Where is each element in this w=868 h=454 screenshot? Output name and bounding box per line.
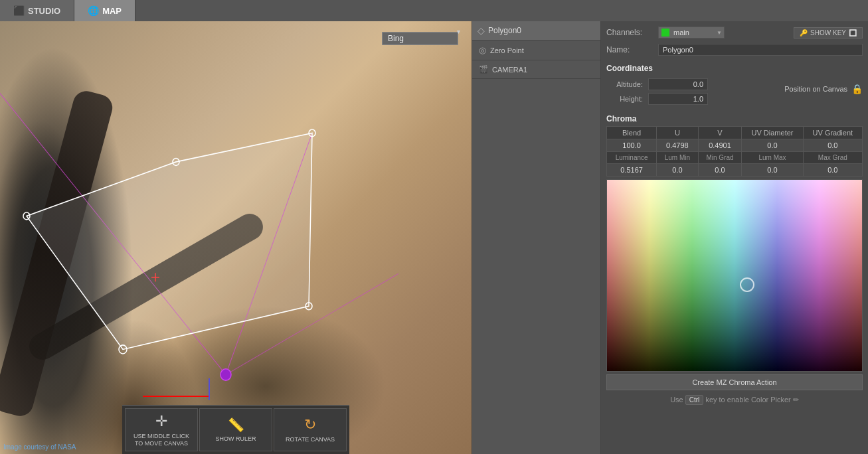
- right-panel: Channels: main 🔑 SHOW KEY 🔳 Name: Coordi…: [601, 21, 868, 454]
- uv-grad-val[interactable]: 0.0: [803, 139, 862, 152]
- u-val[interactable]: 0.4798: [657, 139, 698, 152]
- map-icon: 🌐: [88, 5, 99, 16]
- map-label: MAP: [102, 6, 122, 16]
- channel-dot: [661, 29, 669, 37]
- color-picker-area[interactable]: [606, 179, 863, 372]
- zero-point-label: Zero Point: [490, 46, 524, 54]
- middle-panel: ◇ Polygon0 ◎ Zero Point 🎬 CAMERA1: [472, 21, 601, 454]
- hint-suffix: key to enable Color Picker: [705, 396, 790, 404]
- middle-header: ◇ Polygon0: [472, 21, 600, 40]
- position-canvas-btn[interactable]: Position on Canvas 🔒: [784, 84, 863, 94]
- tab-studio[interactable]: ⬛ STUDIO: [0, 0, 74, 21]
- coordinates-header: Coordinates: [606, 64, 863, 73]
- bottom-toolbar: ✛ USE MIDDLE CLICKTO MOVE CANVAS 📏 SHOW …: [122, 405, 349, 454]
- polygon-header-label: Polygon0: [488, 26, 521, 35]
- show-ruler-label: SHOW RULER: [215, 435, 256, 443]
- camera1-label: CAMERA1: [492, 66, 527, 74]
- studio-icon: ⬛: [13, 5, 25, 16]
- coords-inputs: Altitude: Height:: [606, 78, 778, 106]
- studio-label: STUDIO: [28, 6, 60, 16]
- altitude-input[interactable]: [648, 78, 708, 90]
- height-row: Height:: [606, 93, 778, 105]
- lum-min-label: Lum Min: [657, 152, 698, 164]
- name-label: Name:: [606, 45, 653, 54]
- rotate-canvas-label: ROTATE CANVAS: [286, 436, 335, 443]
- camera1-icon: 🎬: [479, 65, 488, 74]
- luminance-label: Luminance: [607, 152, 657, 164]
- channels-select-wrap[interactable]: main: [658, 27, 725, 38]
- blend-val[interactable]: 100.0: [607, 139, 657, 152]
- max-grad-label: Max Grad: [803, 152, 862, 164]
- polygon-overlay: [0, 21, 472, 454]
- svg-point-11: [220, 369, 231, 380]
- lum-max-label: Lum Max: [742, 152, 803, 164]
- create-mz-chroma-btn[interactable]: Create MZ Chroma Action: [606, 374, 863, 390]
- col-uv-gradient: UV Gradient: [803, 127, 862, 139]
- name-row: Name:: [606, 44, 863, 56]
- channels-label: Channels:: [606, 28, 653, 37]
- move-canvas-icon: ✛: [155, 413, 167, 430]
- chroma-header: Chroma: [606, 114, 863, 123]
- rotate-icon: ↻: [304, 416, 316, 433]
- chroma-white-overlay: [607, 180, 862, 371]
- uv-diam-val[interactable]: 0.0: [742, 139, 803, 152]
- min-grad-label: Min Grad: [698, 152, 742, 164]
- position-canvas-label: Position on Canvas: [784, 85, 847, 93]
- altitude-row: Altitude:: [606, 78, 778, 90]
- move-canvas-label: USE MIDDLE CLICKTO MOVE CANVAS: [133, 433, 189, 447]
- nasa-credit: Image courtesy of NASA: [3, 443, 76, 451]
- polygon-header-icon: ◇: [477, 25, 485, 36]
- camera1-item[interactable]: 🎬 CAMERA1: [472, 60, 600, 79]
- key-icon: 🔑: [800, 29, 808, 37]
- show-ruler-btn[interactable]: 📏 SHOW RULER: [199, 408, 272, 451]
- col-v: V: [698, 127, 742, 139]
- ruler-icon: 📏: [228, 417, 244, 433]
- show-key-extra: 🔳: [849, 29, 857, 37]
- height-label: Height:: [606, 95, 643, 103]
- zero-point-icon: ◎: [479, 45, 486, 55]
- tab-map[interactable]: 🌐 MAP: [74, 0, 135, 21]
- altitude-label: Altitude:: [606, 80, 643, 88]
- v-val[interactable]: 0.4901: [698, 139, 742, 152]
- picker-icon: ✏: [793, 396, 799, 404]
- hint-prefix: Use: [670, 396, 683, 404]
- rotate-canvas-btn[interactable]: ↻ ROTATE CANVAS: [274, 408, 347, 451]
- top-bar: ⬛ STUDIO 🌐 MAP: [0, 0, 868, 21]
- col-u: U: [657, 127, 698, 139]
- chroma-row-2: 0.5167 0.0 0.0 0.0 0.0: [607, 164, 863, 177]
- min-grad-val[interactable]: 0.0: [698, 164, 742, 177]
- col-uv-diameter: UV Diameter: [742, 127, 803, 139]
- chroma-row-1: 100.0 0.4798 0.4901 0.0 0.0: [607, 139, 863, 152]
- main-layout: Bing Google OpenStreetMap Image courtesy…: [0, 21, 868, 454]
- show-key-btn[interactable]: 🔑 SHOW KEY 🔳: [794, 27, 863, 38]
- zero-point-item[interactable]: ◎ Zero Point: [472, 40, 600, 60]
- luminance-val[interactable]: 0.5167: [607, 164, 657, 177]
- height-input[interactable]: [648, 93, 708, 105]
- chroma-section: Chroma Blend U V UV Diameter UV Gradient…: [606, 112, 863, 404]
- svg-marker-3: [27, 133, 312, 349]
- chroma-sublabel-row: Luminance Lum Min Min Grad Lum Max Max G…: [607, 152, 863, 164]
- lock-icon: 🔒: [851, 84, 863, 94]
- ctrl-key-badge: Ctrl: [685, 395, 704, 405]
- name-input[interactable]: [658, 44, 863, 56]
- map-provider-select[interactable]: Bing Google OpenStreetMap: [382, 32, 458, 45]
- chroma-table: Blend U V UV Diameter UV Gradient 100.0 …: [606, 126, 863, 177]
- color-picker-hint: Use Ctrl key to enable Color Picker ✏: [606, 396, 863, 404]
- move-canvas-btn[interactable]: ✛ USE MIDDLE CLICKTO MOVE CANVAS: [125, 408, 198, 451]
- lum-min-val[interactable]: 0.0: [657, 164, 698, 177]
- map-area[interactable]: Bing Google OpenStreetMap Image courtesy…: [0, 21, 472, 454]
- show-key-label: SHOW KEY: [810, 29, 846, 37]
- col-blend: Blend: [607, 127, 657, 139]
- channels-row: Channels: main 🔑 SHOW KEY 🔳: [606, 27, 863, 38]
- lum-max-val[interactable]: 0.0: [742, 164, 803, 177]
- max-grad-val[interactable]: 0.0: [803, 164, 862, 177]
